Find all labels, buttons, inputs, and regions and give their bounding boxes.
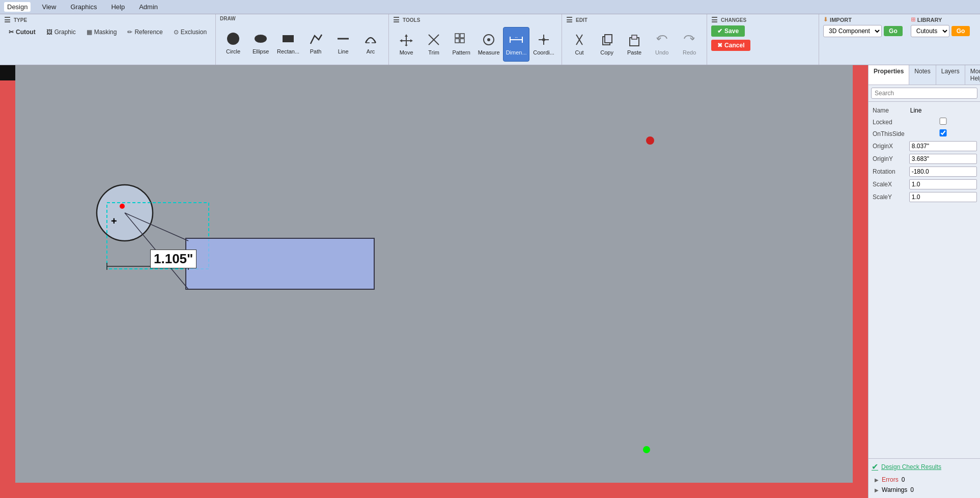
draw-path-btn[interactable]: Path [302, 25, 329, 60]
cancel-button[interactable]: ✖ Cancel [711, 40, 750, 51]
errors-item[interactable]: ▶ Errors 0 [872, 475, 977, 485]
svg-rect-2 [283, 35, 294, 42]
x-icon: ✖ [717, 42, 722, 49]
type-btn-masking[interactable]: ▦ Masking [82, 26, 122, 38]
tab-layers[interactable]: Layers [936, 65, 965, 85]
edit-cut-btn[interactable]: Cut [566, 27, 593, 62]
warnings-item[interactable]: ▶ Warnings 0 [872, 485, 977, 495]
menu-design[interactable]: Design [4, 2, 31, 12]
library-dropdown[interactable]: Cutouts [911, 25, 949, 37]
edit-redo-btn[interactable]: Redo [676, 27, 703, 62]
on-this-side-checkbox[interactable] [909, 129, 977, 136]
tab-notes[interactable]: Notes [909, 65, 936, 85]
import-part: ⬇ IMPORT 3D Component Go [819, 14, 907, 65]
trim-icon [427, 33, 441, 48]
scale-x-input[interactable] [909, 179, 977, 189]
svg-point-0 [227, 33, 239, 45]
tools-pattern-btn[interactable]: Pattern [448, 27, 474, 62]
origin-x-input[interactable] [909, 141, 977, 151]
import-icon: ⬇ [823, 16, 828, 23]
svg-point-1 [255, 35, 267, 43]
import-dropdown[interactable]: 3D Component [823, 25, 882, 37]
scale-x-value [909, 178, 977, 190]
type-label: ☰ TYPE [2, 15, 213, 24]
canvas-svg [0, 65, 868, 498]
redo-icon [682, 33, 696, 48]
design-check-header[interactable]: ✔ Design Check Results [872, 462, 977, 472]
draw-section: DRAW Circle Ellipse Rec [216, 14, 389, 65]
type-btn-cutout[interactable]: ✂ Cutout [4, 26, 40, 38]
svg-rect-27 [186, 238, 374, 289]
draw-rectangle-btn[interactable]: Rectan... [275, 25, 301, 60]
menu-view[interactable]: View [39, 2, 59, 12]
scale-y-input[interactable] [909, 192, 977, 202]
canvas-area[interactable]: 1.105" + [0, 65, 868, 498]
type-section: ☰ TYPE ✂ Cutout 🖼 Graphic ▦ Masking ✏ Re… [0, 14, 216, 65]
origin-y-input[interactable] [909, 154, 977, 164]
tab-properties[interactable]: Properties [869, 65, 909, 85]
tools-measure-btn[interactable]: Measure [475, 27, 502, 62]
paste-icon [627, 33, 641, 48]
ellipse-draw-icon [254, 32, 268, 47]
library-go-btn[interactable]: Go [951, 26, 970, 36]
menu-graphics[interactable]: Graphics [67, 2, 100, 12]
scale-y-value [909, 191, 977, 203]
locked-label: Locked [872, 117, 909, 128]
toolbar: ☰ TYPE ✂ Cutout 🖼 Graphic ▦ Masking ✏ Re… [0, 14, 980, 65]
draw-label: DRAW [218, 15, 386, 22]
draw-circle-btn[interactable]: Circle [220, 25, 246, 60]
name-value: Line [909, 105, 977, 116]
circle-draw-icon [226, 32, 240, 47]
measure-icon [482, 33, 496, 48]
type-btn-exclusion[interactable]: ⊙ Exclusion [169, 26, 211, 38]
tools-coordinate-btn[interactable]: Coordi... [530, 27, 557, 62]
origin-y-value [909, 153, 977, 165]
line-draw-icon [336, 32, 350, 47]
draw-arc-btn[interactable]: Arc [357, 25, 384, 60]
type-btn-graphic[interactable]: 🖼 Graphic [42, 26, 80, 38]
svg-point-25 [97, 185, 153, 241]
tab-mode-help[interactable]: Mode Help [965, 65, 980, 85]
edit-buttons: Cut Copy Paste Undo [564, 24, 705, 64]
check-icon: ✔ [717, 27, 722, 35]
pattern-icon [454, 33, 468, 48]
edit-undo-btn[interactable]: Undo [649, 27, 675, 62]
origin-x-label: OriginX [872, 140, 909, 152]
edit-paste-btn[interactable]: Paste [621, 27, 648, 62]
dimension-icon: ↔ [509, 33, 523, 48]
changes-label: ☰ CHANGES [709, 15, 817, 24]
svg-text:↔: ↔ [514, 35, 518, 40]
svg-rect-9 [460, 34, 464, 38]
draw-line-btn[interactable]: Line [330, 25, 356, 60]
tools-move-btn[interactable]: Move [393, 27, 419, 62]
tools-dimension-btn[interactable]: ↔ Dimen... [503, 27, 529, 62]
rotation-label: Rotation [872, 165, 909, 178]
canvas-border-left [0, 65, 15, 498]
main-content: 1.105" + Properties Notes Layers Mode He… [0, 65, 980, 498]
corner-tl [0, 65, 15, 80]
locked-value [909, 117, 977, 128]
svg-point-32 [646, 136, 654, 145]
save-button[interactable]: ✔ Save [711, 25, 745, 37]
changes-section: ☰ CHANGES ✔ Save ✖ Cancel [707, 14, 819, 65]
svg-rect-10 [455, 39, 459, 43]
warnings-label: Warnings [882, 486, 907, 493]
edit-copy-btn[interactable]: Copy [594, 27, 620, 62]
library-row: Cutouts Go [911, 25, 976, 37]
search-input[interactable] [871, 88, 977, 99]
type-btn-reference[interactable]: ✏ Reference [123, 26, 167, 38]
scale-x-label: ScaleX [872, 178, 909, 190]
edit-section: ☰ EDIT Cut Copy Paste [562, 14, 707, 65]
draw-ellipse-btn[interactable]: Ellipse [247, 25, 274, 60]
exclusion-icon: ⊙ [174, 29, 179, 36]
scale-y-label: ScaleY [872, 191, 909, 203]
menu-help[interactable]: Help [108, 2, 128, 12]
errors-label: Errors [882, 476, 899, 483]
import-go-btn[interactable]: Go [884, 26, 903, 36]
library-label: ⊞ LIBRARY [911, 16, 976, 23]
rotation-input[interactable] [909, 167, 977, 177]
menu-admin[interactable]: Admin [136, 2, 161, 12]
locked-checkbox[interactable] [909, 118, 977, 125]
tools-trim-btn[interactable]: Trim [421, 27, 447, 62]
undo-icon [655, 33, 669, 48]
